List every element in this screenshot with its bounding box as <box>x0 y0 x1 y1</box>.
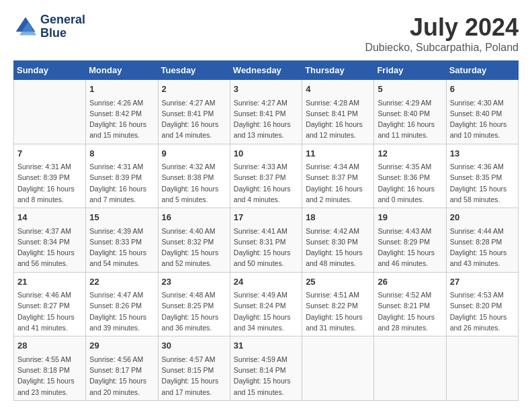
day-info: Sunrise: 4:43 AM Sunset: 8:29 PM Dayligh… <box>378 226 442 269</box>
subtitle: Dubiecko, Subcarpathia, Poland <box>365 42 519 54</box>
day-number: 4 <box>306 83 370 96</box>
week-row-4: 21Sunrise: 4:46 AM Sunset: 8:27 PM Dayli… <box>14 272 519 336</box>
logo: General Blue <box>13 13 85 40</box>
day-number: 9 <box>162 147 226 161</box>
calendar-cell <box>374 336 446 401</box>
day-number: 14 <box>17 211 82 224</box>
day-number: 22 <box>89 275 154 289</box>
day-number: 5 <box>378 83 442 96</box>
day-number: 21 <box>17 275 82 289</box>
day-number: 27 <box>450 275 515 289</box>
calendar-cell: 21Sunrise: 4:46 AM Sunset: 8:27 PM Dayli… <box>14 272 86 336</box>
day-info: Sunrise: 4:51 AM Sunset: 8:22 PM Dayligh… <box>306 289 370 333</box>
calendar-cell: 31Sunrise: 4:59 AM Sunset: 8:14 PM Dayli… <box>230 336 302 401</box>
day-info: Sunrise: 4:27 AM Sunset: 8:41 PM Dayligh… <box>234 97 298 141</box>
calendar-cell: 10Sunrise: 4:33 AM Sunset: 8:37 PM Dayli… <box>230 144 302 208</box>
day-info: Sunrise: 4:31 AM Sunset: 8:39 PM Dayligh… <box>17 161 82 205</box>
day-number: 10 <box>234 147 298 161</box>
day-info: Sunrise: 4:49 AM Sunset: 8:24 PM Dayligh… <box>234 289 298 333</box>
header-day-thursday: Thursday <box>302 61 374 80</box>
calendar-cell: 25Sunrise: 4:51 AM Sunset: 8:22 PM Dayli… <box>302 272 374 336</box>
day-info: Sunrise: 4:27 AM Sunset: 8:41 PM Dayligh… <box>162 97 226 141</box>
header-row: SundayMondayTuesdayWednesdayThursdayFrid… <box>14 61 519 80</box>
calendar-cell: 18Sunrise: 4:42 AM Sunset: 8:30 PM Dayli… <box>302 208 374 273</box>
calendar-cell: 13Sunrise: 4:36 AM Sunset: 8:35 PM Dayli… <box>446 144 518 208</box>
day-info: Sunrise: 4:30 AM Sunset: 8:40 PM Dayligh… <box>450 97 515 141</box>
day-number: 26 <box>378 275 442 289</box>
day-info: Sunrise: 4:26 AM Sunset: 8:42 PM Dayligh… <box>89 97 154 141</box>
calendar-cell: 3Sunrise: 4:27 AM Sunset: 8:41 PM Daylig… <box>230 80 302 144</box>
calendar-cell: 16Sunrise: 4:40 AM Sunset: 8:32 PM Dayli… <box>158 208 230 273</box>
calendar-cell: 24Sunrise: 4:49 AM Sunset: 8:24 PM Dayli… <box>230 272 302 336</box>
day-info: Sunrise: 4:29 AM Sunset: 8:40 PM Dayligh… <box>378 97 442 141</box>
day-number: 1 <box>89 83 154 96</box>
calendar-table: SundayMondayTuesdayWednesdayThursdayFrid… <box>13 60 519 401</box>
day-number: 29 <box>89 339 154 353</box>
day-info: Sunrise: 4:34 AM Sunset: 8:37 PM Dayligh… <box>306 161 370 205</box>
day-info: Sunrise: 4:56 AM Sunset: 8:17 PM Dayligh… <box>89 354 154 398</box>
day-number: 12 <box>378 147 442 161</box>
day-info: Sunrise: 4:47 AM Sunset: 8:26 PM Dayligh… <box>89 289 154 333</box>
day-number: 17 <box>234 211 298 224</box>
week-row-2: 7Sunrise: 4:31 AM Sunset: 8:39 PM Daylig… <box>14 144 519 208</box>
day-info: Sunrise: 4:46 AM Sunset: 8:27 PM Dayligh… <box>17 289 82 333</box>
day-number: 30 <box>162 339 226 353</box>
day-info: Sunrise: 4:36 AM Sunset: 8:35 PM Dayligh… <box>450 161 515 205</box>
day-number: 23 <box>162 275 226 289</box>
day-number: 18 <box>306 211 370 224</box>
day-info: Sunrise: 4:31 AM Sunset: 8:39 PM Dayligh… <box>89 161 154 205</box>
calendar-cell: 7Sunrise: 4:31 AM Sunset: 8:39 PM Daylig… <box>14 144 86 208</box>
calendar-cell: 28Sunrise: 4:55 AM Sunset: 8:18 PM Dayli… <box>14 336 86 401</box>
day-info: Sunrise: 4:59 AM Sunset: 8:14 PM Dayligh… <box>234 354 298 398</box>
day-number: 2 <box>162 83 226 96</box>
logo-text: General Blue <box>40 13 85 40</box>
calendar-cell: 4Sunrise: 4:28 AM Sunset: 8:41 PM Daylig… <box>302 80 374 144</box>
page-header: General Blue July 2024 Dubiecko, Subcarp… <box>13 13 519 54</box>
calendar-cell: 30Sunrise: 4:57 AM Sunset: 8:15 PM Dayli… <box>158 336 230 401</box>
day-info: Sunrise: 4:42 AM Sunset: 8:30 PM Dayligh… <box>306 226 370 269</box>
day-number: 19 <box>378 211 442 224</box>
logo-icon <box>13 15 38 39</box>
day-number: 20 <box>450 211 515 224</box>
main-title: July 2024 <box>365 13 519 42</box>
calendar-cell: 19Sunrise: 4:43 AM Sunset: 8:29 PM Dayli… <box>374 208 446 273</box>
week-row-3: 14Sunrise: 4:37 AM Sunset: 8:34 PM Dayli… <box>14 208 519 273</box>
calendar-cell: 26Sunrise: 4:52 AM Sunset: 8:21 PM Dayli… <box>374 272 446 336</box>
day-info: Sunrise: 4:35 AM Sunset: 8:36 PM Dayligh… <box>378 161 442 205</box>
day-number: 16 <box>162 211 226 224</box>
day-info: Sunrise: 4:41 AM Sunset: 8:31 PM Dayligh… <box>234 226 298 269</box>
calendar-cell: 22Sunrise: 4:47 AM Sunset: 8:26 PM Dayli… <box>86 272 158 336</box>
day-number: 31 <box>234 339 298 353</box>
calendar-cell: 12Sunrise: 4:35 AM Sunset: 8:36 PM Dayli… <box>374 144 446 208</box>
day-number: 3 <box>234 83 298 96</box>
day-info: Sunrise: 4:33 AM Sunset: 8:37 PM Dayligh… <box>234 161 298 205</box>
calendar-cell: 1Sunrise: 4:26 AM Sunset: 8:42 PM Daylig… <box>86 80 158 144</box>
day-info: Sunrise: 4:40 AM Sunset: 8:32 PM Dayligh… <box>162 226 226 269</box>
calendar-cell <box>446 336 518 401</box>
calendar-body: 1Sunrise: 4:26 AM Sunset: 8:42 PM Daylig… <box>14 80 519 401</box>
calendar-cell <box>302 336 374 401</box>
logo-line1: General <box>40 13 85 26</box>
calendar-cell: 5Sunrise: 4:29 AM Sunset: 8:40 PM Daylig… <box>374 80 446 144</box>
calendar-cell: 15Sunrise: 4:39 AM Sunset: 8:33 PM Dayli… <box>86 208 158 273</box>
header-day-sunday: Sunday <box>14 61 86 80</box>
day-info: Sunrise: 4:48 AM Sunset: 8:25 PM Dayligh… <box>162 289 226 333</box>
day-number: 15 <box>89 211 154 224</box>
day-info: Sunrise: 4:57 AM Sunset: 8:15 PM Dayligh… <box>162 354 226 398</box>
day-info: Sunrise: 4:32 AM Sunset: 8:38 PM Dayligh… <box>162 161 226 205</box>
day-number: 13 <box>450 147 515 161</box>
title-block: July 2024 Dubiecko, Subcarpathia, Poland <box>365 13 519 54</box>
week-row-1: 1Sunrise: 4:26 AM Sunset: 8:42 PM Daylig… <box>14 80 519 144</box>
header-day-wednesday: Wednesday <box>230 61 302 80</box>
calendar-cell: 14Sunrise: 4:37 AM Sunset: 8:34 PM Dayli… <box>14 208 86 273</box>
calendar-cell: 11Sunrise: 4:34 AM Sunset: 8:37 PM Dayli… <box>302 144 374 208</box>
calendar-header: SundayMondayTuesdayWednesdayThursdayFrid… <box>14 61 519 80</box>
logo-line2: Blue <box>40 26 66 40</box>
day-number: 11 <box>306 147 370 161</box>
calendar-cell: 6Sunrise: 4:30 AM Sunset: 8:40 PM Daylig… <box>446 80 518 144</box>
day-info: Sunrise: 4:37 AM Sunset: 8:34 PM Dayligh… <box>17 226 82 269</box>
header-day-monday: Monday <box>86 61 158 80</box>
day-number: 6 <box>450 83 515 96</box>
calendar-cell: 9Sunrise: 4:32 AM Sunset: 8:38 PM Daylig… <box>158 144 230 208</box>
calendar-cell <box>14 80 86 144</box>
